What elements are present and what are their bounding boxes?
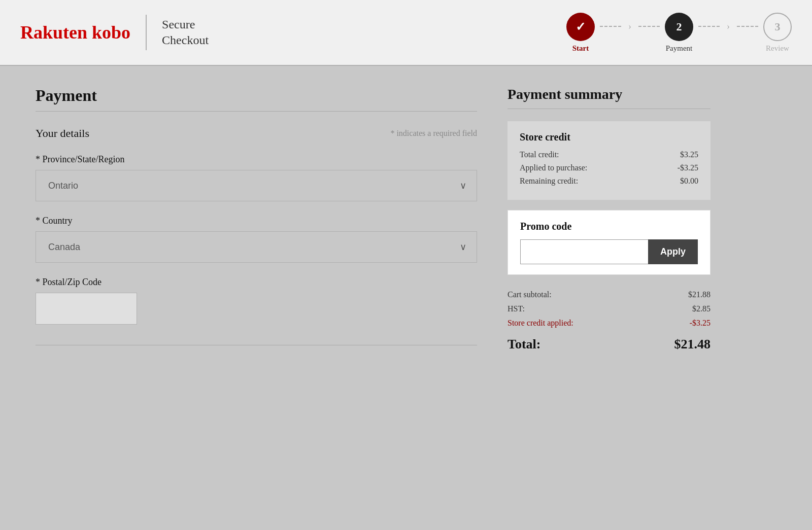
country-select-wrapper[interactable]: Canada United States United Kingdom ∨	[36, 231, 477, 263]
applied-label: Applied to purchase:	[520, 163, 587, 172]
total-value: $21.48	[674, 337, 711, 352]
right-panel: Payment summary Store credit Total credi…	[507, 86, 710, 357]
store-credit-box: Store credit Total credit: $3.25 Applied…	[507, 121, 710, 200]
total-row: Total: $21.48	[507, 335, 710, 352]
step-start-label: Start	[572, 44, 589, 53]
promo-code-box: Promo code Apply	[507, 210, 710, 275]
summary-divider	[507, 109, 710, 109]
store-credit-applied-label: Store credit applied:	[507, 319, 573, 328]
promo-code-input[interactable]	[520, 239, 648, 264]
hst-value: $2.85	[692, 304, 710, 313]
step-payment-number: 2	[676, 20, 682, 33]
step-dots-3	[698, 26, 720, 39]
hst-label: HST:	[507, 304, 525, 313]
main-content: Payment Your details * indicates a requi…	[10, 66, 802, 377]
logo-kobo: kobo	[92, 22, 130, 43]
logo-area: Rakuten kobo Secure Checkout	[20, 15, 209, 50]
summary-rows: Cart subtotal: $21.88 HST: $2.85 Store c…	[507, 285, 710, 357]
total-credit-row: Total credit: $3.25	[520, 150, 698, 159]
step-review-number: 3	[775, 20, 781, 33]
remaining-credit-row: Remaining credit: $0.00	[520, 176, 698, 186]
step-review-circle: 3	[763, 13, 792, 41]
country-label: * Country	[36, 216, 477, 226]
apply-button[interactable]: Apply	[648, 239, 698, 264]
logo-divider	[146, 15, 147, 50]
province-label: * Province/State/Region	[36, 154, 477, 165]
step-start-circle: ✓	[566, 13, 595, 41]
payment-title: Payment	[36, 86, 477, 105]
province-select-wrapper[interactable]: Ontario Alberta British Columbia Quebec …	[36, 170, 477, 201]
promo-code-title: Promo code	[520, 221, 698, 232]
left-panel: Payment Your details * indicates a requi…	[36, 86, 477, 357]
postal-field-group: * Postal/Zip Code	[36, 277, 477, 325]
total-label: Total:	[507, 337, 541, 352]
secure-checkout-text: Secure Checkout	[162, 17, 209, 48]
step-payment-label: Payment	[666, 44, 693, 53]
applied-to-purchase-row: Applied to purchase: -$3.25	[520, 163, 698, 172]
checkmark-icon: ✓	[576, 20, 586, 34]
step-start: ✓ Start	[566, 13, 595, 53]
cart-subtotal-value: $21.88	[688, 290, 710, 299]
step-dots-4	[737, 26, 758, 39]
checkout-steps: ✓ Start › 2 Payment › 3	[566, 13, 792, 53]
promo-input-row: Apply	[520, 239, 698, 264]
remaining-value: $0.00	[680, 176, 698, 186]
store-credit-applied-row: Store credit applied: -$3.25	[507, 319, 710, 328]
step-review-label: Review	[766, 44, 789, 53]
step-payment-circle: 2	[665, 13, 693, 41]
province-field-group: * Province/State/Region Ontario Alberta …	[36, 154, 477, 201]
bottom-divider	[36, 345, 477, 345]
province-select[interactable]: Ontario Alberta British Columbia Quebec	[36, 170, 477, 201]
summary-title: Payment summary	[507, 86, 710, 102]
applied-value: -$3.25	[678, 163, 698, 172]
country-select[interactable]: Canada United States United Kingdom	[36, 232, 477, 262]
logo: Rakuten kobo	[20, 22, 130, 43]
your-details-title: Your details	[36, 127, 89, 140]
store-credit-applied-value: -$3.25	[690, 319, 710, 328]
country-field-group: * Country Canada United States United Ki…	[36, 216, 477, 263]
step-arrow-1: ›	[628, 21, 631, 44]
your-details-header: Your details * indicates a required fiel…	[36, 127, 477, 140]
store-credit-title: Store credit	[520, 131, 698, 143]
step-payment: 2 Payment	[665, 13, 693, 53]
payment-divider	[36, 111, 477, 112]
total-credit-value: $3.25	[680, 150, 698, 159]
logo-rakuten: Rakuten	[20, 22, 87, 43]
postal-input[interactable]	[36, 293, 137, 325]
postal-label: * Postal/Zip Code	[36, 277, 477, 288]
required-note: * indicates a required field	[390, 129, 477, 138]
step-dots-1	[600, 26, 621, 39]
header: Rakuten kobo Secure Checkout ✓ Start › 2	[0, 0, 812, 66]
hst-row: HST: $2.85	[507, 304, 710, 313]
cart-subtotal-row: Cart subtotal: $21.88	[507, 290, 710, 299]
total-credit-label: Total credit:	[520, 150, 559, 159]
cart-subtotal-label: Cart subtotal:	[507, 290, 552, 299]
step-arrow-2: ›	[727, 21, 730, 44]
step-dots-2	[638, 26, 660, 39]
remaining-label: Remaining credit:	[520, 176, 578, 186]
step-review: 3 Review	[763, 13, 792, 53]
